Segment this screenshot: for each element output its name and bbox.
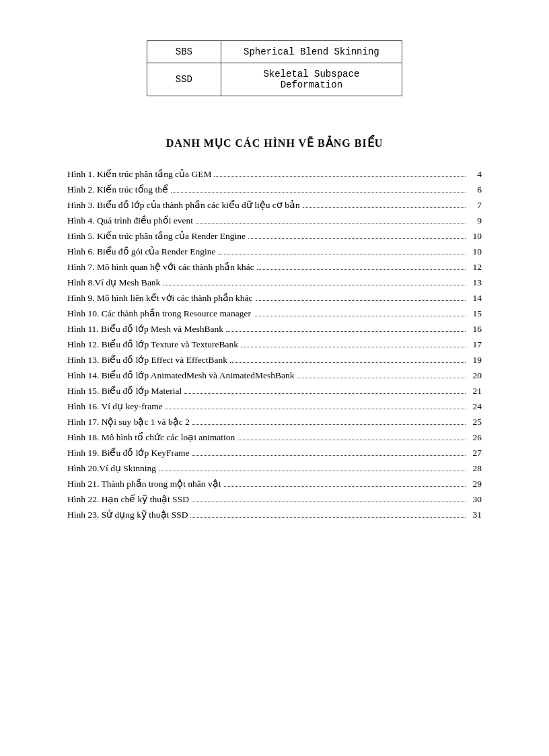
toc-dots [257, 269, 466, 270]
toc-dots [184, 393, 466, 394]
toc-dots [303, 207, 466, 208]
abbreviation-table: SBS Spherical Blend Skinning SSD Skeleta… [147, 40, 402, 96]
toc-label: Hình 8.Ví dụ Mesh Bank [67, 277, 160, 288]
toc-page: 29 [468, 479, 482, 489]
toc-item: Hình 8.Ví dụ Mesh Bank 13 [67, 277, 482, 288]
toc-item: Hình 12. Biểu đồ lớp Texture và TextureB… [67, 339, 482, 350]
toc-dots [171, 192, 466, 193]
toc-item: Hình 22. Hạn chế kỹ thuật SSD 30 [67, 493, 482, 505]
toc-item: Hình 5. Kiến trúc phân tầng của Render E… [67, 230, 482, 242]
toc-label: Hình 11. Biểu đồ lớp Mesh và MeshBank [67, 323, 223, 335]
toc-item: Hình 16. Ví dụ key-frame 24 [67, 401, 482, 412]
toc-page: 6 [468, 184, 482, 195]
toc-label: Hình 20.Ví dụ Skinning [67, 462, 156, 474]
toc-page: 20 [468, 370, 482, 381]
abbr-cell: SSD [147, 63, 221, 96]
toc-item: Hình 9. Mô hình liên kết với các thành p… [67, 292, 482, 304]
toc-dots [224, 486, 466, 487]
toc-dots [192, 424, 466, 425]
toc-dots [230, 362, 466, 363]
toc-page: 13 [468, 277, 482, 288]
toc-item: Hình 6. Biểu đồ gói của Render Engine 10 [67, 246, 482, 257]
toc-item: Hình 23. Sử dụng kỹ thuật SSD 31 [67, 509, 482, 520]
toc-label: Hình 1. Kiến trúc phân tầng của GEM [67, 168, 211, 180]
toc-dots [241, 347, 466, 347]
toc-page: 27 [468, 448, 482, 458]
toc-page: 17 [468, 339, 482, 350]
toc-dots [248, 238, 466, 239]
toc-item: Hình 2. Kiến trúc tổng thể 6 [67, 184, 482, 195]
toc-label: Hình 18. Mô hình tổ chức các loại animat… [67, 432, 235, 443]
toc-dots [163, 285, 466, 285]
section-title: DANH MỤC CÁC HÌNH VẼ BẢNG BIỂU [67, 137, 482, 149]
toc-label: Hình 6. Biểu đồ gói của Render Engine [67, 246, 215, 257]
toc-dots [226, 331, 466, 332]
toc-label: Hình 15. Biểu đồ lớp Material [67, 385, 182, 397]
toc-label: Hình 14. Biểu đồ lớp AnimatedMesh và Ani… [67, 370, 294, 381]
toc-item: Hình 14. Biểu đồ lớp AnimatedMesh và Ani… [67, 370, 482, 381]
toc-item: Hình 21. Thành phần trong một nhân vật 2… [67, 478, 482, 489]
toc-page: 24 [468, 401, 482, 412]
toc-dots [218, 254, 466, 254]
toc-item: Hình 13. Biểu đồ lớp Effect và EffectBan… [67, 354, 482, 366]
page: SBS Spherical Blend Skinning SSD Skeleta… [0, 0, 549, 756]
toc-item: Hình 15. Biểu đồ lớp Material 21 [67, 385, 482, 397]
toc-page: 30 [468, 494, 482, 505]
toc-label: Hình 12. Biểu đồ lớp Texture và TextureB… [67, 339, 238, 350]
toc-item: Hình 18. Mô hình tổ chức các loại animat… [67, 432, 482, 443]
toc-page: 21 [468, 386, 482, 397]
abbreviation-row: SSD Skeletal Subspace Deformation [147, 63, 402, 96]
toc-label: Hình 22. Hạn chế kỹ thuật SSD [67, 493, 189, 505]
toc-page: 4 [468, 169, 482, 180]
abbr-full-cell: Skeletal Subspace Deformation [221, 63, 402, 96]
abbreviation-row: SBS Spherical Blend Skinning [147, 41, 402, 63]
toc-dots [254, 316, 466, 316]
toc-item: Hình 1. Kiến trúc phân tầng của GEM 4 [67, 168, 482, 180]
toc-page: 10 [468, 246, 482, 257]
toc-label: Hình 9. Mô hình liên kết với các thành p… [67, 292, 253, 304]
toc-page: 7 [468, 200, 482, 211]
toc-item: Hình 10. Các thành phần trong Resource m… [67, 308, 482, 319]
toc-page: 19 [468, 355, 482, 366]
toc-dots [166, 409, 466, 409]
toc-label: Hình 13. Biểu đồ lớp Effect và EffectBan… [67, 354, 227, 366]
toc-label: Hình 7. Mô hình quan hệ với các thành ph… [67, 261, 254, 273]
toc-page: 9 [468, 215, 482, 226]
toc-dots [192, 502, 466, 502]
toc-dots [159, 471, 466, 471]
toc-dots [190, 517, 466, 518]
toc-item: Hình 11. Biểu đồ lớp Mesh và MeshBank 16 [67, 323, 482, 335]
abbr-full-cell: Spherical Blend Skinning [221, 41, 402, 63]
toc-item: Hình 4. Quá trình điều phối event 9 [67, 215, 482, 226]
toc-dots [214, 176, 466, 177]
toc-item: Hình 20.Ví dụ Skinning 28 [67, 462, 482, 474]
toc-label: Hình 10. Các thành phần trong Resource m… [67, 308, 251, 319]
toc-dots [297, 378, 466, 378]
toc-item: Hình 19. Biểu đồ lớp KeyFrame 27 [67, 447, 482, 458]
toc-page: 10 [468, 231, 482, 242]
abbr-cell: SBS [147, 41, 221, 63]
toc-dots [256, 300, 466, 301]
toc-label: Hình 16. Ví dụ key-frame [67, 401, 163, 412]
toc-page: 28 [468, 463, 482, 474]
toc-dots [192, 455, 466, 456]
toc-page: 26 [468, 432, 482, 443]
toc-label: Hình 17. Nội suy bậc 1 và bậc 2 [67, 416, 190, 427]
toc-label: Hình 4. Quá trình điều phối event [67, 215, 193, 226]
toc-label: Hình 23. Sử dụng kỹ thuật SSD [67, 509, 188, 520]
toc-label: Hình 3. Biểu đồ lớp của thành phần các k… [67, 199, 300, 211]
toc-page: 16 [468, 324, 482, 335]
toc-dots [196, 223, 466, 224]
toc-label: Hình 19. Biểu đồ lớp KeyFrame [67, 447, 190, 458]
toc-label: Hình 21. Thành phần trong một nhân vật [67, 478, 221, 489]
toc-item: Hình 17. Nội suy bậc 1 và bậc 2 25 [67, 416, 482, 427]
toc-page: 12 [468, 262, 482, 273]
toc-item: Hình 7. Mô hình quan hệ với các thành ph… [67, 261, 482, 273]
toc-label: Hình 2. Kiến trúc tổng thể [67, 184, 168, 195]
toc-page: 14 [468, 293, 482, 304]
toc-page: 15 [468, 308, 482, 319]
toc-item: Hình 3. Biểu đồ lớp của thành phần các k… [67, 199, 482, 211]
toc-dots [237, 440, 466, 440]
toc-list: Hình 1. Kiến trúc phân tầng của GEM 4 Hì… [67, 168, 482, 520]
toc-page: 31 [468, 510, 482, 520]
